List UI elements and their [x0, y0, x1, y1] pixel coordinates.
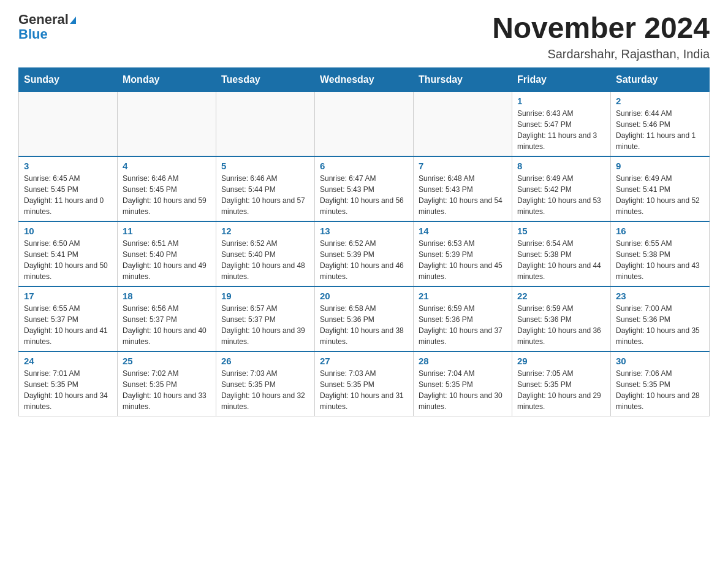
day-info: Sunrise: 6:43 AMSunset: 5:47 PMDaylight:… [517, 108, 605, 152]
day-number: 23 [616, 291, 704, 301]
day-number: 3 [24, 161, 112, 171]
day-info: Sunrise: 6:49 AMSunset: 5:42 PMDaylight:… [517, 173, 605, 217]
day-info: Sunrise: 6:51 AMSunset: 5:40 PMDaylight:… [123, 238, 211, 282]
calendar-cell-3-4: 13Sunrise: 6:52 AMSunset: 5:39 PMDayligh… [315, 221, 414, 286]
day-number: 25 [123, 356, 211, 366]
calendar-header-row: SundayMondayTuesdayWednesdayThursdayFrid… [19, 67, 710, 91]
day-info: Sunrise: 6:56 AMSunset: 5:37 PMDaylight:… [123, 303, 211, 347]
day-info: Sunrise: 7:00 AMSunset: 5:36 PMDaylight:… [616, 303, 704, 347]
day-number: 6 [320, 161, 408, 171]
calendar-cell-2-5: 7Sunrise: 6:48 AMSunset: 5:43 PMDaylight… [414, 156, 512, 221]
day-number: 15 [517, 226, 605, 236]
day-number: 22 [517, 291, 605, 301]
day-number: 21 [419, 291, 507, 301]
title-area: November 2024 Sardarshahr, Rajasthan, In… [492, 12, 710, 61]
day-number: 24 [24, 356, 112, 366]
calendar-header-thursday: Thursday [414, 67, 512, 91]
calendar-cell-2-4: 6Sunrise: 6:47 AMSunset: 5:43 PMDaylight… [315, 156, 414, 221]
calendar-cell-1-2 [118, 91, 216, 156]
logo-blue-text: Blue [18, 27, 76, 42]
day-info: Sunrise: 6:48 AMSunset: 5:43 PMDaylight:… [419, 173, 507, 217]
calendar-week-2: 3Sunrise: 6:45 AMSunset: 5:45 PMDaylight… [19, 156, 710, 221]
calendar-cell-4-2: 18Sunrise: 6:56 AMSunset: 5:37 PMDayligh… [118, 286, 216, 351]
day-info: Sunrise: 6:49 AMSunset: 5:41 PMDaylight:… [616, 173, 704, 217]
day-info: Sunrise: 7:02 AMSunset: 5:35 PMDaylight:… [123, 368, 211, 412]
calendar-cell-3-1: 10Sunrise: 6:50 AMSunset: 5:41 PMDayligh… [19, 221, 118, 286]
day-info: Sunrise: 6:50 AMSunset: 5:41 PMDaylight:… [24, 238, 112, 282]
calendar-cell-2-7: 9Sunrise: 6:49 AMSunset: 5:41 PMDaylight… [611, 156, 710, 221]
day-number: 27 [320, 356, 408, 366]
calendar-header-sunday: Sunday [19, 67, 118, 91]
day-number: 9 [616, 161, 704, 171]
calendar-cell-5-5: 28Sunrise: 7:04 AMSunset: 5:35 PMDayligh… [414, 351, 512, 416]
day-info: Sunrise: 6:46 AMSunset: 5:45 PMDaylight:… [123, 173, 211, 217]
day-number: 19 [221, 291, 309, 301]
calendar-cell-5-6: 29Sunrise: 7:05 AMSunset: 5:35 PMDayligh… [512, 351, 611, 416]
calendar-header-tuesday: Tuesday [216, 67, 315, 91]
calendar-cell-3-2: 11Sunrise: 6:51 AMSunset: 5:40 PMDayligh… [118, 221, 216, 286]
day-info: Sunrise: 6:45 AMSunset: 5:45 PMDaylight:… [24, 173, 112, 217]
calendar-cell-4-6: 22Sunrise: 6:59 AMSunset: 5:36 PMDayligh… [512, 286, 611, 351]
day-number: 17 [24, 291, 112, 301]
calendar-header-friday: Friday [512, 67, 611, 91]
day-info: Sunrise: 6:58 AMSunset: 5:36 PMDaylight:… [320, 303, 408, 347]
day-info: Sunrise: 6:46 AMSunset: 5:44 PMDaylight:… [221, 173, 309, 217]
day-number: 11 [123, 226, 211, 236]
calendar-table: SundayMondayTuesdayWednesdayThursdayFrid… [18, 67, 710, 416]
day-number: 28 [419, 356, 507, 366]
location-subtitle: Sardarshahr, Rajasthan, India [492, 47, 710, 61]
calendar-cell-1-5 [414, 91, 512, 156]
calendar-cell-5-1: 24Sunrise: 7:01 AMSunset: 5:35 PMDayligh… [19, 351, 118, 416]
day-info: Sunrise: 6:52 AMSunset: 5:40 PMDaylight:… [221, 238, 309, 282]
calendar-cell-4-4: 20Sunrise: 6:58 AMSunset: 5:36 PMDayligh… [315, 286, 414, 351]
day-number: 18 [123, 291, 211, 301]
calendar-cell-3-6: 15Sunrise: 6:54 AMSunset: 5:38 PMDayligh… [512, 221, 611, 286]
day-number: 20 [320, 291, 408, 301]
calendar-cell-2-2: 4Sunrise: 6:46 AMSunset: 5:45 PMDaylight… [118, 156, 216, 221]
day-info: Sunrise: 6:55 AMSunset: 5:38 PMDaylight:… [616, 238, 704, 282]
calendar-cell-1-7: 2Sunrise: 6:44 AMSunset: 5:46 PMDaylight… [611, 91, 710, 156]
calendar-cell-4-7: 23Sunrise: 7:00 AMSunset: 5:36 PMDayligh… [611, 286, 710, 351]
day-number: 12 [221, 226, 309, 236]
day-number: 14 [419, 226, 507, 236]
logo-general-text: General [18, 12, 69, 27]
day-info: Sunrise: 7:01 AMSunset: 5:35 PMDaylight:… [24, 368, 112, 412]
calendar-cell-2-1: 3Sunrise: 6:45 AMSunset: 5:45 PMDaylight… [19, 156, 118, 221]
calendar-cell-1-3 [216, 91, 315, 156]
day-number: 30 [616, 356, 704, 366]
day-info: Sunrise: 7:04 AMSunset: 5:35 PMDaylight:… [419, 368, 507, 412]
calendar-cell-2-3: 5Sunrise: 6:46 AMSunset: 5:44 PMDaylight… [216, 156, 315, 221]
day-info: Sunrise: 6:47 AMSunset: 5:43 PMDaylight:… [320, 173, 408, 217]
day-number: 5 [221, 161, 309, 171]
day-info: Sunrise: 7:03 AMSunset: 5:35 PMDaylight:… [320, 368, 408, 412]
day-info: Sunrise: 6:52 AMSunset: 5:39 PMDaylight:… [320, 238, 408, 282]
day-number: 7 [419, 161, 507, 171]
day-info: Sunrise: 7:06 AMSunset: 5:35 PMDaylight:… [616, 368, 704, 412]
day-number: 4 [123, 161, 211, 171]
month-year-title: November 2024 [492, 12, 710, 45]
calendar-cell-5-2: 25Sunrise: 7:02 AMSunset: 5:35 PMDayligh… [118, 351, 216, 416]
calendar-cell-4-3: 19Sunrise: 6:57 AMSunset: 5:37 PMDayligh… [216, 286, 315, 351]
calendar-cell-5-3: 26Sunrise: 7:03 AMSunset: 5:35 PMDayligh… [216, 351, 315, 416]
calendar-cell-3-5: 14Sunrise: 6:53 AMSunset: 5:39 PMDayligh… [414, 221, 512, 286]
calendar-week-1: 1Sunrise: 6:43 AMSunset: 5:47 PMDaylight… [19, 91, 710, 156]
day-number: 16 [616, 226, 704, 236]
day-number: 29 [517, 356, 605, 366]
calendar-cell-5-4: 27Sunrise: 7:03 AMSunset: 5:35 PMDayligh… [315, 351, 414, 416]
calendar-header-saturday: Saturday [611, 67, 710, 91]
day-info: Sunrise: 6:55 AMSunset: 5:37 PMDaylight:… [24, 303, 112, 347]
day-number: 26 [221, 356, 309, 366]
logo-triangle-icon [70, 17, 76, 24]
calendar-cell-4-1: 17Sunrise: 6:55 AMSunset: 5:37 PMDayligh… [19, 286, 118, 351]
day-info: Sunrise: 6:44 AMSunset: 5:46 PMDaylight:… [616, 108, 704, 152]
calendar-cell-5-7: 30Sunrise: 7:06 AMSunset: 5:35 PMDayligh… [611, 351, 710, 416]
day-info: Sunrise: 6:54 AMSunset: 5:38 PMDaylight:… [517, 238, 605, 282]
day-number: 13 [320, 226, 408, 236]
day-info: Sunrise: 6:59 AMSunset: 5:36 PMDaylight:… [517, 303, 605, 347]
calendar-week-5: 24Sunrise: 7:01 AMSunset: 5:35 PMDayligh… [19, 351, 710, 416]
calendar-cell-3-3: 12Sunrise: 6:52 AMSunset: 5:40 PMDayligh… [216, 221, 315, 286]
day-info: Sunrise: 6:57 AMSunset: 5:37 PMDaylight:… [221, 303, 309, 347]
day-info: Sunrise: 6:53 AMSunset: 5:39 PMDaylight:… [419, 238, 507, 282]
calendar-header-monday: Monday [118, 67, 216, 91]
calendar-week-4: 17Sunrise: 6:55 AMSunset: 5:37 PMDayligh… [19, 286, 710, 351]
